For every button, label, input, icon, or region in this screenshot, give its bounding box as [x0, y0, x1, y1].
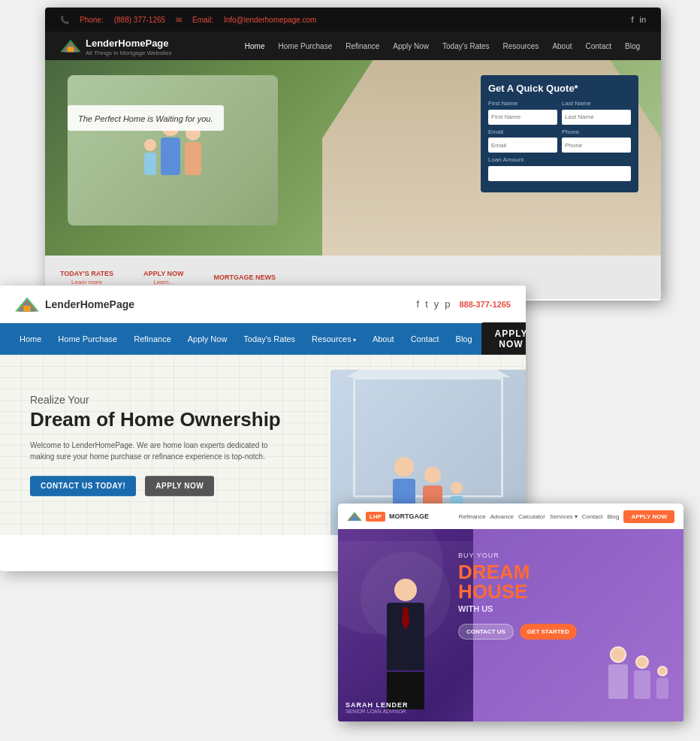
- s1-nav-resources[interactable]: Resources: [497, 39, 545, 53]
- s2-yelp-icon[interactable]: y: [434, 298, 439, 310]
- s2-social-icons: f t y p: [417, 298, 451, 310]
- s1-first-name-input[interactable]: [488, 110, 557, 125]
- s2-topbar: LenderHomePage f t y p 888-377-1265: [0, 286, 526, 323]
- s3-logo-badge: LHP: [366, 512, 385, 522]
- s2-pinterest-icon[interactable]: p: [445, 298, 450, 310]
- s2-hero-buttons: CONTACT US TODAY! APPLY NOW: [30, 476, 285, 496]
- s1-brand-sub: All Things in Mortgage Websites: [86, 50, 171, 56]
- s2-hero-content: Realize Your Dream of Home Ownership Wel…: [30, 394, 285, 496]
- s1-apply-link[interactable]: Learn...: [143, 279, 184, 286]
- s3-agent-title: SENIOR LOAN ADVISOR: [345, 709, 409, 714]
- adult-male-body: [161, 138, 180, 175]
- s2-nav-apply[interactable]: Apply Now: [180, 330, 235, 348]
- child-figure: [144, 139, 156, 175]
- s1-hero-family-image: [68, 75, 278, 225]
- s2-phone-number: 888-377-1265: [459, 300, 511, 309]
- s3-navbar: LHP MORTGAGE Refinance Advance Calculato…: [338, 504, 683, 529]
- s2-nav-refinance[interactable]: Refinance: [126, 330, 179, 348]
- s1-phone-group: Phone: [562, 129, 631, 153]
- s2-nav-rates[interactable]: Today's Rates: [236, 330, 303, 348]
- s2-nav-about[interactable]: About: [365, 330, 402, 348]
- s3-nav-contact[interactable]: Contact: [582, 513, 603, 520]
- s3-mom-body: [634, 670, 650, 699]
- s1-nav-blog[interactable]: Blog: [619, 39, 646, 53]
- s3-nav-calculator[interactable]: Calculator: [518, 513, 545, 520]
- s1-last-name-input[interactable]: [562, 110, 631, 125]
- s3-man-figure: [368, 571, 443, 721]
- s2-twitter-icon[interactable]: t: [425, 298, 428, 310]
- s3-dad-head: [610, 646, 626, 663]
- s3-nav-services[interactable]: Services ▾: [550, 513, 578, 520]
- s1-email-input[interactable]: [488, 138, 557, 153]
- s1-nav-about[interactable]: About: [546, 39, 578, 53]
- s2-nav-blog[interactable]: Blog: [448, 330, 480, 348]
- s1-nav-rates[interactable]: Today's Rates: [436, 39, 496, 53]
- s1-bottom-rates: TODAY'S RATES Learn more: [60, 270, 113, 286]
- s3-agent-name: SARAH LENDER: [345, 701, 409, 709]
- s3-nav-blog[interactable]: Blog: [607, 513, 619, 520]
- s1-phone-icon: 📞: [60, 16, 69, 24]
- s3-contact-button[interactable]: CONTACT US: [458, 624, 514, 640]
- s1-brand-text: LenderHomePage: [86, 38, 169, 49]
- s3-logo: LHP MORTGAGE: [347, 510, 429, 522]
- s3-nav-refinance[interactable]: Refinance: [459, 513, 486, 520]
- s3-nav-links: Refinance Advance Calculator Services ▾ …: [459, 510, 674, 523]
- s1-rates-title: TODAY'S RATES: [60, 270, 113, 277]
- s3-logo-icon: [347, 510, 362, 522]
- s2-nav-resources[interactable]: Resources: [304, 330, 364, 348]
- s3-get-started-button[interactable]: GET STARTED: [520, 624, 577, 640]
- s2-nav-home[interactable]: Home: [12, 330, 49, 348]
- s1-last-name-group: Last Name: [562, 100, 631, 125]
- s1-loan-group: Loan Amount: [488, 156, 631, 181]
- s1-nav-home-purchase[interactable]: Home Purchase: [273, 39, 339, 53]
- s1-last-name-label: Last Name: [562, 100, 631, 107]
- s3-hero-text: BUY YOUR DREAM HOUSE WITH US CONTACT US …: [458, 552, 577, 640]
- s1-tagline-box: The Perfect Home is Waiting for you.: [68, 105, 224, 131]
- screenshot-3-preview: LHP MORTGAGE Refinance Advance Calculato…: [338, 504, 683, 721]
- s2-facebook-icon[interactable]: f: [417, 298, 420, 310]
- s3-hero: BUY YOUR DREAM HOUSE WITH US CONTACT US …: [338, 529, 683, 721]
- s1-phone-label: Phone:: [80, 16, 104, 24]
- s2-nav-home-purchase[interactable]: Home Purchase: [50, 330, 125, 348]
- s1-rates-link[interactable]: Learn more: [60, 279, 113, 286]
- s3-apply-button[interactable]: APPLY NOW: [623, 510, 674, 523]
- s1-nav-refinance[interactable]: Refinance: [339, 39, 385, 53]
- s2-roof-triangle: [345, 370, 511, 377]
- s3-hero-buttons: CONTACT US GET STARTED: [458, 624, 577, 640]
- s3-child-figure: [656, 666, 668, 699]
- s1-email-group: Email: [488, 129, 557, 153]
- s1-facebook-link[interactable]: f: [631, 15, 633, 24]
- s1-bottom-apply: APPLY NOW Learn...: [143, 270, 184, 286]
- s3-hero-title-with: WITH US: [458, 604, 577, 613]
- s2-mom-head: [424, 467, 441, 483]
- screenshot-1-preview: 📞 Phone: (888) 377-1265 ✉ Email: Info@le…: [45, 8, 661, 301]
- s1-phone-number: (888) 377-1265: [114, 16, 165, 24]
- s1-email-label: Email:: [192, 16, 213, 24]
- s2-apply-now-hero-button[interactable]: APPLY NOW: [145, 476, 214, 496]
- s1-social-links: f in: [631, 15, 646, 24]
- s1-nav-home[interactable]: Home: [239, 39, 271, 53]
- s1-nav-links: Home Home Purchase Refinance Apply Now T…: [239, 39, 646, 53]
- s3-child-body: [656, 678, 668, 699]
- s1-loan-input[interactable]: [488, 166, 631, 181]
- s1-nav-contact[interactable]: Contact: [580, 39, 617, 53]
- s1-first-name-label: First Name: [488, 100, 557, 107]
- s2-logo: LenderHomePage: [15, 295, 134, 314]
- adult-female-figure: [185, 126, 201, 175]
- s3-nav-advance[interactable]: Advance: [490, 513, 514, 520]
- s1-apply-title: APPLY NOW: [143, 270, 184, 277]
- s1-phone-input[interactable]: [562, 138, 631, 153]
- s2-apply-now-button[interactable]: APPLY NOW: [481, 322, 526, 355]
- s2-nav-contact[interactable]: Contact: [403, 330, 447, 348]
- s2-dad-head: [394, 457, 414, 476]
- s1-email-icon: ✉: [176, 16, 182, 24]
- s1-phone-label: Phone: [562, 129, 631, 135]
- s1-nav-apply[interactable]: Apply Now: [387, 39, 435, 53]
- s1-brand-name: LenderHomePage All Things in Mortgage We…: [86, 36, 171, 56]
- s1-form-contact-row: Email Phone: [488, 129, 631, 153]
- s2-logo-icon-svg: [15, 295, 39, 314]
- s1-linkedin-link[interactable]: in: [639, 15, 646, 24]
- s1-news-title: MORTGAGE NEWS: [214, 274, 276, 281]
- s2-contact-today-button[interactable]: CONTACT US TODAY!: [30, 476, 136, 496]
- s1-email-address: Info@lenderhomepage.com: [224, 16, 317, 24]
